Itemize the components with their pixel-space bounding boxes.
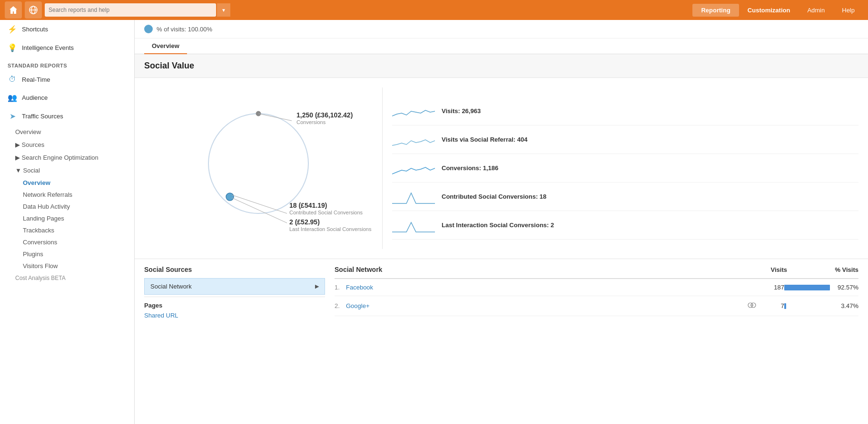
sidebar-item-shortcuts[interactable]: ⚡ Shortcuts [0, 20, 134, 39]
sidebar-social-data-hub[interactable]: Data Hub Activity [0, 201, 134, 212]
row-pct-googleplus: 3.47% [832, 302, 858, 309]
bottom-section: Social Sources Social Network ▶ Pages Sh… [135, 259, 868, 328]
contributed-sparkline [392, 188, 435, 205]
table-row-facebook: 1. Facebook 187 92.57% [335, 279, 858, 296]
network-table-panel: Social Network Visits % Visits 1. Facebo… [335, 259, 858, 319]
shared-url-link[interactable]: Shared URL [144, 312, 178, 319]
realtime-icon: ⏱ [8, 75, 17, 84]
admin-nav-button[interactable]: Admin [799, 4, 833, 17]
standard-reports-header: STANDARD REPORTS [0, 57, 134, 70]
sidebar-sub-overview[interactable]: Overview [0, 125, 134, 138]
row-num-2: 2. [335, 302, 346, 309]
social-network-arrow: ▶ [315, 283, 319, 289]
social-sources-header: Social Sources [144, 259, 325, 278]
social-referral-sparkline [392, 131, 435, 148]
row-name-googleplus[interactable]: Google+ [346, 302, 746, 309]
circle-chart-container: 1,250 (£36,102.42) Conversions 18 (£541.… [144, 87, 373, 249]
globe-button[interactable] [25, 1, 42, 19]
sidebar-social-network-referrals[interactable]: Network Referrals [0, 189, 134, 201]
sidebar: ⚡ Shortcuts 💡 Intelligence Events STANDA… [0, 20, 135, 424]
callout-conversions: 1,250 (£36,102.42) Conversions [296, 111, 353, 125]
tab-overview[interactable]: Overview [144, 39, 187, 54]
stat-row-contributed: Contributed Social Conversions: 18 [392, 183, 858, 211]
svg-line-6 [258, 114, 292, 121]
reporting-nav-button[interactable]: Reporting [692, 4, 739, 17]
stat-social-referral-label: Visits via Social Referral: 404 [442, 136, 527, 143]
sidebar-item-realtime[interactable]: ⏱ Real-Time [0, 70, 134, 88]
stat-row-last-interaction: Last Interaction Social Conversions: 2 [392, 211, 858, 240]
traffic-sources-icon: ➤ [8, 112, 17, 121]
row-visits-facebook: 187 [758, 284, 784, 291]
social-network-item[interactable]: Social Network ▶ [144, 278, 325, 295]
sidebar-social-visitors-flow[interactable]: Visitors Flow [0, 260, 134, 272]
stat-last-interaction-label: Last Interaction Social Conversions: 2 [442, 222, 554, 229]
circle-chart: 1,250 (£36,102.42) Conversions 18 (£541.… [192, 97, 325, 230]
stats-panel: Visits: 26,963 Visits via Social Referra… [382, 87, 858, 249]
visits-sparkline [392, 103, 435, 119]
social-sources-panel: Social Sources Social Network ▶ Pages Sh… [144, 259, 325, 319]
main-content: % of visits: 100.00% Overview Social Val… [135, 20, 868, 424]
sidebar-sub-sources[interactable]: ▶ Sources [0, 138, 134, 151]
network-table-header: Social Network Visits % Visits [335, 259, 858, 279]
callout-contributed: 18 (£541.19) Contributed Social Conversi… [289, 202, 363, 215]
shortcuts-icon: ⚡ [8, 25, 17, 34]
row-bar-facebook [784, 285, 832, 290]
callout-last-interaction: 2 (£52.95) Last Interaction Social Conve… [289, 218, 371, 232]
sidebar-item-audience[interactable]: 👥 Audience [0, 88, 134, 107]
stat-conversions-label: Conversions: 1,186 [442, 164, 498, 172]
percent-text: % of visits: 100.00% [157, 26, 212, 33]
chart-area: 1,250 (£36,102.42) Conversions 18 (£541.… [135, 78, 868, 259]
row-icon-googleplus [746, 301, 758, 311]
sidebar-social-trackbacks[interactable]: Trackbacks [0, 224, 134, 236]
sidebar-sub-social[interactable]: ▼ Social [0, 164, 134, 177]
svg-point-3 [208, 114, 308, 213]
tabs-bar: Overview [135, 39, 868, 54]
sidebar-cost-analysis[interactable]: Cost Analysis BETA [0, 272, 134, 284]
stat-row-conversions: Conversions: 1,186 [392, 154, 858, 183]
sidebar-social-landing-pages[interactable]: Landing Pages [0, 212, 134, 224]
audience-icon: 👥 [8, 93, 17, 102]
col-header-visits: Visits [749, 266, 787, 273]
percent-circle-icon [144, 25, 153, 33]
search-input[interactable] [45, 3, 216, 17]
customization-nav-button[interactable]: Customization [739, 4, 799, 17]
intelligence-icon: 💡 [8, 43, 17, 52]
last-interaction-sparkline [392, 217, 435, 233]
sidebar-social-overview[interactable]: Overview [0, 177, 134, 189]
section-title: Social Value [135, 54, 868, 78]
sidebar-item-intelligence[interactable]: 💡 Intelligence Events [0, 39, 134, 57]
svg-line-7 [232, 195, 287, 213]
help-nav-button[interactable]: Help [833, 4, 863, 17]
stat-visits-label: Visits: 26,963 [442, 107, 481, 115]
sidebar-sub-seo[interactable]: ▶ Search Engine Optimization [0, 151, 134, 164]
stat-row-social-referral: Visits via Social Referral: 404 [392, 125, 858, 154]
bar-facebook [784, 285, 830, 290]
sidebar-social-conversions[interactable]: Conversions [0, 236, 134, 248]
col-header-network: Social Network [335, 266, 749, 273]
table-row-googleplus: 2. Google+ 7 3.47% [335, 296, 858, 316]
sidebar-social-plugins[interactable]: Plugins [0, 248, 134, 260]
sidebar-item-traffic-sources[interactable]: ➤ Traffic Sources [0, 107, 134, 125]
svg-point-5 [226, 193, 234, 201]
row-bar-googleplus [784, 303, 832, 309]
home-button[interactable] [5, 1, 22, 19]
search-dropdown[interactable]: ▼ [217, 3, 230, 17]
top-navigation: ▼ Reporting Customization Admin Help [0, 0, 868, 20]
pages-label: Pages [144, 297, 325, 312]
col-header-pct: % Visits [787, 266, 858, 273]
row-visits-googleplus: 7 [758, 302, 784, 309]
row-pct-facebook: 92.57% [832, 284, 858, 291]
row-name-facebook[interactable]: Facebook [346, 284, 758, 291]
main-layout: ⚡ Shortcuts 💡 Intelligence Events STANDA… [0, 20, 868, 424]
stat-contributed-label: Contributed Social Conversions: 18 [442, 193, 546, 200]
row-num-1: 1. [335, 284, 346, 291]
bar-googleplus [784, 303, 786, 309]
stat-row-visits: Visits: 26,963 [392, 97, 858, 125]
percent-bar: % of visits: 100.00% [135, 20, 868, 39]
conversions-sparkline [392, 160, 435, 176]
